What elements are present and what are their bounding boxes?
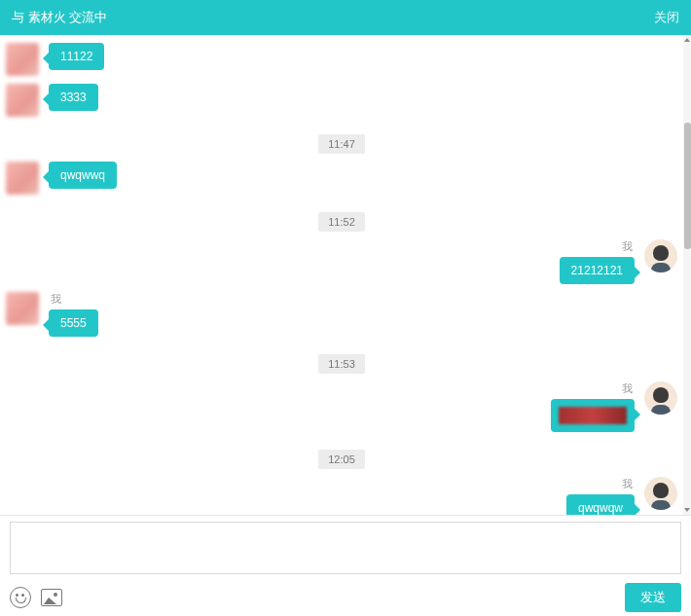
message-col: 11122 [49,43,104,76]
message-bubble[interactable]: qwqwqw [566,494,635,515]
message-row: 3333 [6,84,677,117]
sender-name: 我 [620,381,635,396]
header-title: 与 素材火 交流中 [12,9,107,26]
avatar-other[interactable] [6,84,39,117]
send-button[interactable]: 发送 [625,583,681,612]
avatar-me[interactable] [644,381,677,415]
time-divider: 11:53 [6,354,677,374]
message-col: qwqwwq [49,162,117,195]
message-col: 我qwqwqw [566,477,635,515]
scroll-up-icon[interactable] [684,38,690,42]
sender-name: 我 [49,292,63,307]
avatar-other[interactable] [6,292,39,325]
emoji-icon[interactable] [10,587,31,608]
message-col: 3333 [49,84,98,117]
scroll-down-icon[interactable] [684,508,690,512]
tool-icons [10,587,62,608]
sender-name: 我 [620,239,635,254]
time-label: 12:05 [318,450,365,469]
avatar-other[interactable] [6,162,39,195]
message-col: 我5555 [49,292,98,337]
message-row: 我5555 [6,292,677,337]
message-bubble[interactable]: 11122 [49,43,104,70]
chat-wrapper: 11122333311:47qwqwwq11:52我21212121我55551… [0,35,691,515]
avatar-me[interactable] [644,477,677,510]
message-col: 我21212121 [560,239,635,284]
message-row: 我 [6,381,677,432]
image-icon[interactable] [41,589,62,606]
scroll-thumb[interactable] [684,123,691,249]
close-button[interactable]: 关闭 [654,9,679,26]
message-input[interactable] [10,522,681,574]
chat-header: 与 素材火 交流中 关闭 [0,0,691,35]
chat-area[interactable]: 11122333311:47qwqwwq11:52我21212121我55551… [0,35,683,515]
avatar-me[interactable] [644,239,677,272]
message-bubble[interactable]: 5555 [49,309,98,337]
input-area: 发送 [0,515,691,616]
image-content [559,407,627,424]
message-bubble[interactable]: 21212121 [560,257,635,284]
scrollbar[interactable] [683,35,691,515]
message-row: 11122 [6,43,677,76]
message-col: 我 [551,381,635,432]
time-divider: 11:52 [6,212,677,232]
message-bubble[interactable]: qwqwwq [49,162,117,189]
time-label: 11:53 [318,354,365,374]
time-divider: 12:05 [6,450,677,469]
message-row: qwqwwq [6,162,677,195]
time-label: 11:47 [318,134,365,154]
time-label: 11:52 [318,212,365,232]
message-row: 我21212121 [6,239,677,284]
image-bubble[interactable] [551,399,635,432]
input-toolbar: 发送 [0,577,691,616]
message-bubble[interactable]: 3333 [49,84,98,111]
message-row: 我qwqwqw [6,477,677,515]
sender-name: 我 [620,477,635,491]
avatar-other[interactable] [6,43,39,76]
time-divider: 11:47 [6,134,677,154]
